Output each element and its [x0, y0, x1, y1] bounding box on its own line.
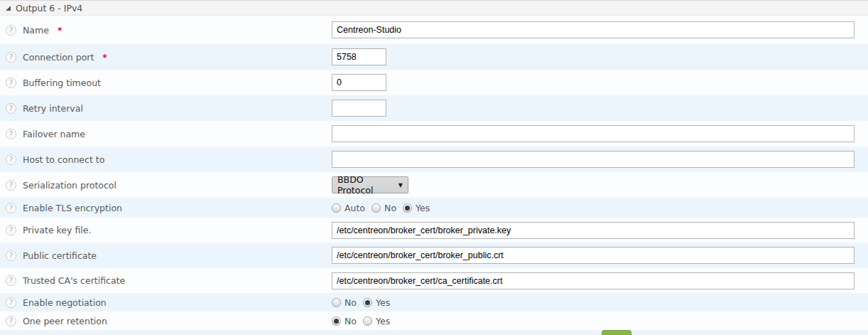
field-label: Serialization protocol — [23, 180, 116, 191]
field-label: Retry interval — [23, 103, 83, 114]
field-label: Enable negotiation — [23, 297, 107, 308]
host-to-connect-input[interactable] — [332, 151, 855, 168]
radio-label: No — [384, 203, 396, 213]
help-icon[interactable]: ? — [6, 154, 16, 165]
input-cell — [332, 48, 868, 65]
form-row-public-certificate: ? Public certificate — [0, 243, 868, 268]
label-cell: ? Connection port * — [0, 52, 332, 63]
enable-negotiation-radio-group: No Yes — [332, 297, 868, 308]
form-row-enable-negotiation: ? Enable negotiation No Yes — [0, 293, 868, 312]
radio-option-no[interactable]: No — [332, 297, 357, 308]
radio-label: Auto — [345, 203, 365, 213]
label-cell: ? One peer retention — [0, 316, 332, 326]
field-label: Host to connect to — [23, 154, 104, 165]
public-certificate-input[interactable] — [332, 247, 855, 264]
help-icon[interactable]: ? — [6, 78, 16, 88]
radio-label: Yes — [376, 316, 390, 326]
input-cell — [332, 272, 868, 289]
buffering-timeout-input[interactable] — [332, 74, 386, 91]
required-asterisk: * — [102, 52, 107, 63]
select-value: BBDO Protocol — [337, 174, 398, 196]
field-label: Connection port — [23, 52, 94, 63]
radio-option-no[interactable]: No — [371, 203, 396, 213]
radio-option-yes[interactable]: Yes — [363, 316, 390, 326]
radio-label: No — [345, 316, 357, 326]
radio-label: No — [345, 297, 357, 308]
radio-circle-icon — [363, 317, 372, 326]
dropdown-arrow-icon: ▼ — [398, 182, 403, 188]
connection-port-input[interactable] — [332, 48, 386, 65]
label-cell: ? Buffering timeout — [0, 78, 332, 88]
input-cell — [332, 125, 868, 142]
radio-circle-icon — [403, 203, 412, 213]
field-label: One peer retention — [23, 316, 107, 326]
field-label: Private key file. — [23, 225, 91, 235]
required-asterisk: * — [58, 25, 63, 36]
help-icon[interactable]: ? — [6, 52, 16, 63]
form-row-private-key-file: ? Private key file. — [0, 218, 868, 243]
section-title: Output 6 - IPv4 — [16, 3, 82, 14]
trusted-ca-certificate-input[interactable] — [332, 272, 855, 289]
label-cell: ? Public certificate — [0, 250, 332, 261]
radio-circle-icon — [332, 203, 341, 213]
help-icon[interactable]: ? — [6, 103, 16, 114]
one-peer-retention-radio-group: No Yes — [332, 316, 868, 326]
label-cell: ? Trusted CA's certificate — [0, 275, 332, 286]
field-label: Name — [23, 25, 49, 36]
form-row-buffering-timeout: ? Buffering timeout — [0, 70, 868, 95]
private-key-file-input[interactable] — [332, 222, 855, 239]
radio-option-auto[interactable]: Auto — [332, 203, 365, 213]
field-label: Trusted CA's certificate — [23, 275, 125, 286]
label-cell: ? Enable negotiation — [0, 297, 332, 308]
form-row-serialization-protocol: ? Serialization protocol BBDO Protocol ▼ — [0, 172, 868, 198]
label-cell: ? Private key file. — [0, 225, 332, 235]
help-icon[interactable]: ? — [6, 129, 16, 139]
radio-option-yes[interactable]: Yes — [363, 297, 390, 308]
field-label: Enable TLS encryption — [23, 203, 122, 213]
label-cell: ? Retry interval — [0, 103, 332, 114]
field-label: Buffering timeout — [23, 78, 101, 88]
name-input[interactable] — [332, 21, 855, 38]
form-row-tls-encryption: ? Enable TLS encryption Auto No Yes — [0, 198, 868, 218]
help-icon[interactable]: ? — [6, 297, 16, 308]
retry-interval-input[interactable] — [332, 100, 386, 117]
form-row-retry-interval: ? Retry interval — [0, 95, 868, 121]
help-icon[interactable]: ? — [6, 250, 16, 261]
help-icon[interactable]: ? — [6, 275, 16, 286]
radio-circle-icon — [332, 298, 341, 307]
input-cell: BBDO Protocol ▼ — [332, 176, 868, 193]
field-label: Public certificate — [23, 250, 97, 261]
help-icon[interactable]: ? — [6, 316, 16, 326]
input-cell — [332, 100, 868, 117]
footer-strip — [0, 330, 868, 335]
help-icon[interactable]: ? — [6, 180, 16, 191]
form-row-one-peer-retention: ? One peer retention No Yes — [0, 312, 868, 330]
radio-label: Yes — [416, 203, 430, 213]
input-cell — [332, 247, 868, 264]
label-cell: ? Enable TLS encryption — [0, 203, 332, 213]
label-cell: ? Name * — [0, 25, 332, 36]
broker-output-panel: ◢ Output 6 - IPv4 ? Name * ? Connection … — [0, 0, 868, 335]
help-icon[interactable]: ? — [6, 203, 16, 213]
label-cell: ? Host to connect to — [0, 154, 332, 165]
input-cell — [332, 151, 868, 168]
input-cell — [332, 21, 868, 38]
form-row-trusted-ca-certificate: ? Trusted CA's certificate — [0, 268, 868, 293]
help-icon[interactable]: ? — [6, 25, 16, 36]
help-icon[interactable]: ? — [6, 225, 16, 235]
form-row-connection-port: ? Connection port * — [0, 44, 868, 70]
tls-encryption-radio-group: Auto No Yes — [332, 203, 868, 213]
radio-circle-icon — [363, 298, 372, 307]
input-cell — [332, 222, 868, 239]
radio-label: Yes — [376, 297, 390, 308]
radio-option-no[interactable]: No — [332, 316, 357, 326]
failover-name-input[interactable] — [332, 125, 855, 142]
radio-option-yes[interactable]: Yes — [403, 203, 430, 213]
form-row-failover-name: ? Failover name — [0, 121, 868, 147]
label-cell: ? Failover name — [0, 129, 332, 139]
label-cell: ? Serialization protocol — [0, 180, 332, 191]
save-button[interactable] — [602, 330, 631, 335]
collapse-triangle-icon: ◢ — [6, 5, 11, 11]
section-header[interactable]: ◢ Output 6 - IPv4 — [0, 0, 868, 16]
serialization-protocol-select[interactable]: BBDO Protocol ▼ — [332, 176, 408, 193]
